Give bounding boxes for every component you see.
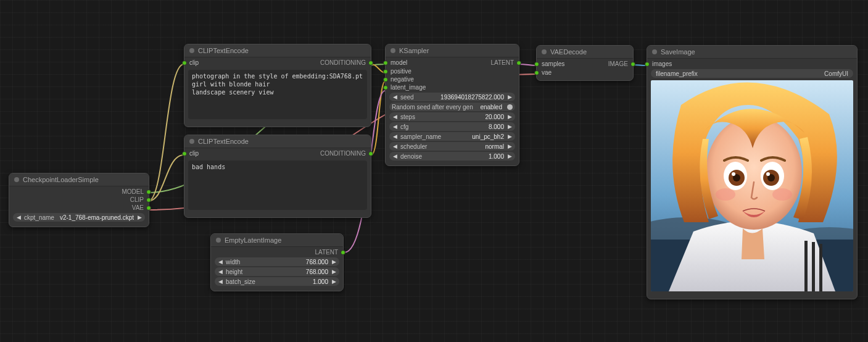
svg-rect-6 <box>819 244 822 291</box>
port-dot-icon[interactable] <box>368 151 373 156</box>
port-dot-icon[interactable] <box>182 151 187 156</box>
svg-point-14 <box>732 172 735 176</box>
collapse-dot[interactable] <box>391 48 395 53</box>
arrow-right-icon[interactable]: ▶ <box>136 214 143 220</box>
collapse-dot[interactable] <box>216 238 221 243</box>
toggle-indicator-icon <box>507 104 513 110</box>
height-field[interactable]: ◀ height 768.000 ▶ <box>215 267 339 276</box>
node-title: VAEDecode <box>550 48 587 56</box>
steps-field[interactable]: ◀ steps 20.000 ▶ <box>389 112 515 121</box>
output-port-model[interactable]: MODEL <box>9 188 149 196</box>
node-title: CLIPTextEncode <box>198 138 249 145</box>
node-title: CLIPTextEncode <box>198 47 249 54</box>
arrow-left-icon[interactable]: ◀ <box>217 269 223 275</box>
random-seed-toggle[interactable]: Random seed after every gen enabled <box>389 102 515 111</box>
port-dot-icon[interactable] <box>630 62 635 67</box>
arrow-left-icon[interactable]: ◀ <box>392 114 398 120</box>
ckpt-name-selector[interactable]: ◀ ckpt_name v2-1_768-ema-pruned.ckpt ▶ <box>13 213 145 222</box>
collapse-dot[interactable] <box>652 49 657 54</box>
node-header[interactable]: CLIPTextEncode <box>184 44 371 57</box>
node-title: SaveImage <box>661 48 695 56</box>
node-title: KSampler <box>399 47 429 54</box>
port-dot-icon[interactable] <box>383 60 388 65</box>
node-checkpoint-loader[interactable]: CheckpointLoaderSimple MODEL CLIP VAE ◀ … <box>9 173 149 227</box>
port-dot-icon[interactable] <box>534 62 539 67</box>
output-port-latent[interactable]: LATENT <box>486 59 519 67</box>
arrow-right-icon[interactable]: ▶ <box>506 114 513 120</box>
arrow-left-icon[interactable]: ◀ <box>392 133 398 140</box>
port-dot-icon[interactable] <box>146 198 151 202</box>
filename-prefix-field[interactable]: filename_prefix ComfyUI <box>651 69 853 78</box>
port-dot-icon[interactable] <box>534 70 539 75</box>
port-dot-icon[interactable] <box>645 62 650 67</box>
cfg-field[interactable]: ◀ cfg 8.000 ▶ <box>389 122 515 131</box>
arrow-left-icon[interactable]: ◀ <box>392 153 398 159</box>
arrow-left-icon[interactable]: ◀ <box>217 278 223 285</box>
node-header[interactable]: KSampler <box>386 44 519 57</box>
input-port-negative[interactable]: negative <box>386 75 519 83</box>
collapse-dot[interactable] <box>189 48 194 53</box>
output-port-conditioning[interactable]: CONDITIONING <box>315 59 371 67</box>
collapse-dot[interactable] <box>542 49 547 54</box>
node-header[interactable]: EmptyLatentImage <box>211 234 343 247</box>
arrow-right-icon[interactable]: ▶ <box>506 153 513 159</box>
node-header[interactable]: CheckpointLoaderSimple <box>9 173 149 186</box>
seed-field[interactable]: ◀ seed 193694018275822.000 ▶ <box>389 93 515 101</box>
arrow-right-icon[interactable]: ▶ <box>506 94 513 100</box>
output-port-vae[interactable]: VAE <box>9 204 149 212</box>
node-header[interactable]: SaveImage <box>647 46 857 59</box>
node-ksampler[interactable]: KSampler model LATENT positive negative … <box>385 44 519 166</box>
sampler-name-field[interactable]: ◀ sampler_name uni_pc_bh2 ▶ <box>389 132 515 141</box>
arrow-right-icon[interactable]: ▶ <box>506 133 513 140</box>
arrow-left-icon[interactable]: ◀ <box>392 123 398 130</box>
svg-rect-5 <box>812 242 815 291</box>
port-dot-icon[interactable] <box>146 190 151 194</box>
output-port-conditioning[interactable]: CONDITIONING <box>315 149 371 157</box>
node-save-image[interactable]: SaveImage images filename_prefix ComfyUI <box>647 45 858 299</box>
node-header[interactable]: CLIPTextEncode <box>184 135 371 148</box>
prompt-textarea[interactable]: photograph in the style of embedding:SDA… <box>188 70 367 119</box>
width-field[interactable]: ◀ width 768.000 ▶ <box>215 257 339 266</box>
input-port-model[interactable]: model <box>386 59 412 67</box>
node-clip-text-encode-negative[interactable]: CLIPTextEncode clip CONDITIONING bad han… <box>184 135 371 218</box>
arrow-right-icon[interactable]: ▶ <box>331 269 337 275</box>
batch-size-field[interactable]: ◀ batch_size 1.000 ▶ <box>215 277 339 286</box>
node-header[interactable]: VAEDecode <box>537 46 633 59</box>
output-port-image[interactable]: IMAGE <box>603 60 633 68</box>
arrow-right-icon[interactable]: ▶ <box>331 278 337 285</box>
prompt-textarea[interactable]: bad hands <box>188 161 367 210</box>
denoise-field[interactable]: ◀ denoise 1.000 ▶ <box>389 152 515 161</box>
arrow-right-icon[interactable]: ▶ <box>506 123 513 130</box>
input-port-vae[interactable]: vae <box>537 69 633 77</box>
arrow-left-icon[interactable]: ◀ <box>392 143 398 149</box>
arrow-left-icon[interactable]: ◀ <box>217 259 223 265</box>
arrow-left-icon[interactable]: ◀ <box>392 94 398 100</box>
port-dot-icon[interactable] <box>383 85 388 90</box>
node-clip-text-encode-positive[interactable]: CLIPTextEncode clip CONDITIONING photogr… <box>184 44 371 127</box>
input-port-samples[interactable]: samples <box>537 60 569 68</box>
svg-rect-4 <box>804 241 808 291</box>
input-port-clip[interactable]: clip <box>184 59 204 67</box>
port-dot-icon[interactable] <box>516 60 521 65</box>
scheduler-field[interactable]: ◀ scheduler normal ▶ <box>389 142 515 151</box>
input-port-positive[interactable]: positive <box>386 67 519 75</box>
input-port-images[interactable]: images <box>647 60 857 68</box>
arrow-right-icon[interactable]: ▶ <box>506 143 513 149</box>
port-dot-icon[interactable] <box>368 60 373 65</box>
collapse-dot[interactable] <box>14 177 19 182</box>
output-port-latent[interactable]: LATENT <box>211 248 343 256</box>
node-title: EmptyLatentImage <box>225 236 281 244</box>
output-port-clip[interactable]: CLIP <box>9 196 149 204</box>
arrow-right-icon[interactable]: ▶ <box>331 259 337 265</box>
port-dot-icon[interactable] <box>182 60 187 65</box>
node-vae-decode[interactable]: VAEDecode samples IMAGE vae <box>536 45 634 81</box>
input-port-clip[interactable]: clip <box>184 149 204 157</box>
port-dot-icon[interactable] <box>383 69 388 74</box>
node-empty-latent-image[interactable]: EmptyLatentImage LATENT ◀ width 768.000 … <box>210 233 344 291</box>
arrow-left-icon[interactable]: ◀ <box>15 214 22 220</box>
port-dot-icon[interactable] <box>383 77 388 82</box>
port-dot-icon[interactable] <box>146 206 151 211</box>
port-dot-icon[interactable] <box>341 250 345 255</box>
collapse-dot[interactable] <box>189 139 194 144</box>
input-port-latent-image[interactable]: latent_image <box>386 83 519 91</box>
